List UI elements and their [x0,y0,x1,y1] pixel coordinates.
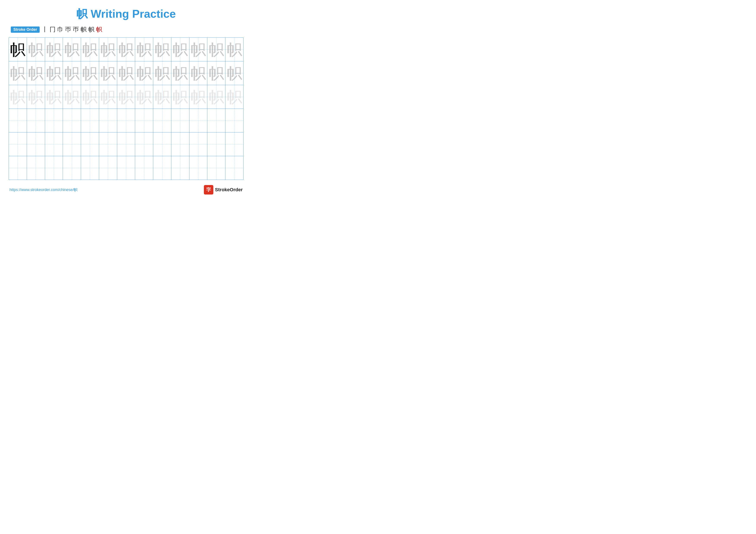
grid-cell-0-4[interactable]: 帜 [81,38,99,62]
grid-cell-4-12[interactable] [226,133,244,156]
grid-cell-2-3[interactable]: 帜 [63,85,81,109]
grid-cell-5-4[interactable] [81,156,99,180]
grid-cell-1-2[interactable]: 帜 [45,62,63,85]
grid-cell-1-5[interactable]: 帜 [99,62,117,85]
cell-character: 帜 [46,64,62,82]
grid-cell-1-12[interactable]: 帜 [226,62,244,85]
grid-cell-4-0[interactable] [9,133,27,156]
grid-cell-3-0[interactable] [9,109,27,133]
grid-cell-2-7[interactable]: 帜 [135,85,153,109]
grid-cell-2-4[interactable]: 帜 [81,85,99,109]
grid-cell-5-1[interactable] [27,156,45,180]
grid-cell-2-2[interactable]: 帜 [45,85,63,109]
grid-cell-4-9[interactable] [171,133,189,156]
grid-cell-2-1[interactable]: 帜 [27,85,45,109]
grid-cell-5-12[interactable] [226,156,244,180]
grid-cell-5-7[interactable] [135,156,153,180]
grid-cell-3-10[interactable] [189,109,207,133]
grid-cell-4-8[interactable] [153,133,171,156]
grid-cell-2-8[interactable]: 帜 [153,85,171,109]
grid-cell-1-11[interactable]: 帜 [207,62,226,85]
grid-cell-4-6[interactable] [117,133,135,156]
grid-cell-4-4[interactable] [81,133,99,156]
grid-cell-0-2[interactable]: 帜 [45,38,63,62]
cell-character: 帜 [28,64,43,82]
grid-cell-0-3[interactable]: 帜 [63,38,81,62]
cell-character: 帜 [118,64,134,82]
cell-character: 帜 [100,88,116,106]
grid-cell-5-10[interactable] [189,156,207,180]
grid-cell-4-1[interactable] [27,133,45,156]
grid-cell-3-4[interactable] [81,109,99,133]
grid-cell-2-9[interactable]: 帜 [171,85,189,109]
grid-cell-5-2[interactable] [45,156,63,180]
grid-cell-5-5[interactable] [99,156,117,180]
grid-cell-3-1[interactable] [27,109,45,133]
stroke-step-5: 帜 [81,25,87,34]
grid-cell-3-3[interactable] [63,109,81,133]
cell-character: 帜 [154,64,170,82]
grid-cell-0-11[interactable]: 帜 [207,38,226,62]
grid-cell-1-6[interactable]: 帜 [117,62,135,85]
grid-cell-2-6[interactable]: 帜 [117,85,135,109]
grid-cell-0-12[interactable]: 帜 [226,38,244,62]
grid-cell-5-9[interactable] [171,156,189,180]
grid-cell-3-8[interactable] [153,109,171,133]
cell-character: 帜 [82,88,97,106]
grid-cell-3-6[interactable] [117,109,135,133]
grid-cell-0-0[interactable]: 帜 [9,38,27,62]
grid-cell-0-6[interactable]: 帜 [117,38,135,62]
grid-cell-4-3[interactable] [63,133,81,156]
cell-character: 帜 [10,41,25,58]
footer-logo: 字 StrokeOrder [204,185,243,194]
grid-cell-1-3[interactable]: 帜 [63,62,81,85]
cell-character: 帜 [191,41,206,58]
grid-cell-5-8[interactable] [153,156,171,180]
grid-cell-1-10[interactable]: 帜 [189,62,207,85]
stroke-step-0: 丨 [42,25,48,34]
grid-cell-1-8[interactable]: 帜 [153,62,171,85]
grid-cell-0-7[interactable]: 帜 [135,38,153,62]
grid-cell-0-9[interactable]: 帜 [171,38,189,62]
grid-cell-1-1[interactable]: 帜 [27,62,45,85]
grid-cell-2-5[interactable]: 帜 [99,85,117,109]
grid-cell-2-11[interactable]: 帜 [207,85,226,109]
grid-cell-3-5[interactable] [99,109,117,133]
cell-character: 帜 [191,88,206,106]
grid-cell-5-11[interactable] [207,156,226,180]
cell-character: 帜 [118,41,134,58]
stroke-step-3: 帀 [65,25,71,34]
grid-cell-2-10[interactable]: 帜 [189,85,207,109]
grid-cell-2-12[interactable]: 帜 [226,85,244,109]
grid-cell-1-9[interactable]: 帜 [171,62,189,85]
cell-character: 帜 [154,88,170,106]
grid-cell-5-0[interactable] [9,156,27,180]
cell-character: 帜 [173,64,188,82]
cell-character: 帜 [64,88,80,106]
grid-cell-1-4[interactable]: 帜 [81,62,99,85]
cell-character: 帜 [227,64,242,82]
grid-cell-4-2[interactable] [45,133,63,156]
grid-cell-3-9[interactable] [171,109,189,133]
grid-cell-5-6[interactable] [117,156,135,180]
grid-cell-4-5[interactable] [99,133,117,156]
cell-character: 帜 [46,41,62,58]
grid-cell-3-2[interactable] [45,109,63,133]
grid-cell-4-11[interactable] [207,133,226,156]
grid-cell-3-7[interactable] [135,109,153,133]
grid-cell-0-5[interactable]: 帜 [99,38,117,62]
grid-cell-4-7[interactable] [135,133,153,156]
grid-cell-2-0[interactable]: 帜 [9,85,27,109]
grid-cell-1-7[interactable]: 帜 [135,62,153,85]
grid-cell-0-10[interactable]: 帜 [189,38,207,62]
grid-cell-3-12[interactable] [226,109,244,133]
grid-cell-0-8[interactable]: 帜 [153,38,171,62]
cell-character: 帜 [100,41,116,58]
stroke-step-7: 帜 [96,25,102,34]
grid-cell-0-1[interactable]: 帜 [27,38,45,62]
grid-cell-5-3[interactable] [63,156,81,180]
cell-character: 帜 [173,88,188,106]
grid-cell-1-0[interactable]: 帜 [9,62,27,85]
grid-cell-3-11[interactable] [207,109,226,133]
grid-cell-4-10[interactable] [189,133,207,156]
